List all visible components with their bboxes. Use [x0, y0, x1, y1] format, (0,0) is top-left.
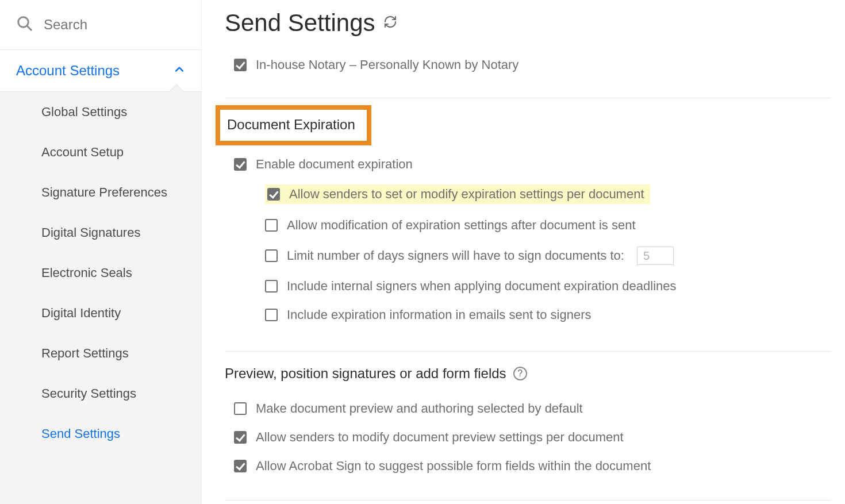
- checkbox-enable-doc-expiration[interactable]: [234, 158, 247, 171]
- doc-expiration-item: Limit number of days signers will have t…: [265, 243, 831, 268]
- checkbox-label: Include internal signers when applying d…: [287, 279, 677, 294]
- notary-label: In-house Notary – Personally Known by No…: [256, 57, 518, 72]
- main-content: Send Settings In-house Notary – Personal…: [201, 0, 845, 504]
- sidebar-item-signature-preferences[interactable]: Signature Preferences: [0, 172, 201, 213]
- divider: [225, 500, 831, 501]
- preview-item: Allow Acrobat Sign to suggest possible f…: [234, 455, 831, 477]
- svg-line-1: [27, 26, 31, 30]
- checkbox[interactable]: [265, 309, 278, 321]
- sidebar-item-account-setup[interactable]: Account Setup: [0, 132, 201, 172]
- checkbox-label: Allow senders to set or modify expiratio…: [289, 187, 644, 202]
- sidebar-item-digital-signatures[interactable]: Digital Signatures: [0, 213, 201, 253]
- days-limit-input[interactable]: [637, 247, 674, 265]
- enable-doc-expiration-row: Enable document expiration: [234, 153, 831, 175]
- notary-row: In-house Notary – Personally Known by No…: [225, 54, 831, 76]
- page-title-row: Send Settings: [225, 0, 831, 54]
- doc-expiration-body: Enable document expiration Allow senders…: [225, 153, 831, 326]
- sidebar-section-account-settings[interactable]: Account Settings: [0, 50, 201, 91]
- enable-doc-expiration-label: Enable document expiration: [256, 157, 413, 172]
- chevron-up-icon: [174, 64, 185, 78]
- sidebar-item-security-settings[interactable]: Security Settings: [0, 374, 201, 414]
- checkbox[interactable]: [234, 431, 247, 444]
- preview-heading: Preview, position signatures or add form…: [225, 366, 506, 382]
- checkbox-label: Allow Acrobat Sign to suggest possible f…: [256, 459, 651, 474]
- preview-item: Allow senders to modify document preview…: [234, 426, 831, 448]
- doc-expiration-subitems: Allow senders to set or modify expiratio…: [234, 181, 831, 326]
- doc-expiration-item: Include expiration information in emails…: [265, 304, 831, 326]
- checkbox[interactable]: [234, 402, 247, 415]
- search-icon: [16, 15, 33, 34]
- preview-items: Make document preview and authoring sele…: [225, 398, 831, 477]
- sidebar: Account Settings Global SettingsAccount …: [0, 0, 201, 504]
- sidebar-item-digital-identity[interactable]: Digital Identity: [0, 293, 201, 333]
- refresh-icon[interactable]: [383, 15, 397, 31]
- document-expiration-section: Document Expiration Enable document expi…: [225, 105, 831, 326]
- help-icon[interactable]: ?: [513, 367, 527, 380]
- checkbox[interactable]: [267, 188, 280, 201]
- checkbox[interactable]: [234, 460, 247, 472]
- search-input[interactable]: [44, 17, 185, 33]
- highlight-callout: Document Expiration: [216, 105, 371, 145]
- document-expiration-heading: Document Expiration: [227, 112, 355, 137]
- sidebar-item-global-settings[interactable]: Global Settings: [0, 92, 201, 132]
- doc-expiration-item: Allow senders to set or modify expiratio…: [265, 181, 831, 207]
- checkbox-label: Include expiration information in emails…: [287, 307, 592, 322]
- checkbox-label: Allow modification of expiration setting…: [287, 218, 636, 233]
- checkbox[interactable]: [265, 280, 278, 293]
- sidebar-item-send-settings[interactable]: Send Settings: [0, 414, 201, 454]
- preview-section: Preview, position signatures or add form…: [225, 362, 831, 477]
- sidebar-item-electronic-seals[interactable]: Electronic Seals: [0, 253, 201, 293]
- app-frame: Account Settings Global SettingsAccount …: [0, 0, 845, 504]
- page-title: Send Settings: [225, 9, 375, 37]
- checkbox-label: Make document preview and authoring sele…: [256, 401, 583, 416]
- doc-expiration-item: Allow modification of expiration setting…: [265, 214, 831, 236]
- sidebar-item-report-settings[interactable]: Report Settings: [0, 333, 201, 374]
- divider: [225, 98, 831, 98]
- checkbox-in-house-notary[interactable]: [234, 59, 247, 71]
- search-box[interactable]: [0, 0, 201, 50]
- preview-heading-row: Preview, position signatures or add form…: [225, 362, 831, 385]
- preview-item: Make document preview and authoring sele…: [234, 398, 831, 420]
- checkbox-label: Limit number of days signers will have t…: [287, 248, 624, 263]
- checkbox-label: Allow senders to modify document preview…: [256, 430, 624, 445]
- sidebar-section-label: Account Settings: [16, 63, 120, 79]
- checkbox[interactable]: [265, 249, 278, 262]
- checkbox[interactable]: [265, 219, 278, 232]
- sidebar-items: Global SettingsAccount SetupSignature Pr…: [0, 91, 201, 504]
- doc-expiration-item: Include internal signers when applying d…: [265, 275, 831, 297]
- divider: [225, 351, 831, 352]
